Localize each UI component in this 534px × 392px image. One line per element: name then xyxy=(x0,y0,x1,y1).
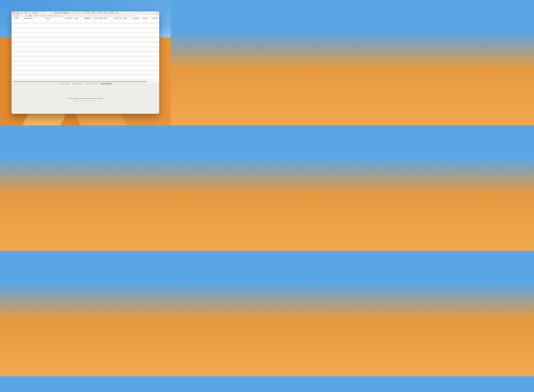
column-header-spacer xyxy=(12,17,14,19)
column-header-bssid[interactable]: BSSID xyxy=(14,17,23,19)
directed-label: Directed xyxy=(33,12,38,14)
column-header-vendor[interactable]: Vendor xyxy=(44,17,64,19)
table-row xyxy=(12,67,159,69)
column-header-generation[interactable]: Generation xyxy=(132,17,142,19)
tab-network-details[interactable]: Network Details xyxy=(59,83,70,85)
target-icon xyxy=(31,12,32,14)
status-cluster: Not scanning | Xs max 6 2.4 GHz 20 MHz M… xyxy=(53,12,118,14)
close-button[interactable] xyxy=(13,12,14,14)
scan-status-text: Not scanning xyxy=(54,12,62,14)
table-row xyxy=(12,34,159,36)
svg-rect-12 xyxy=(117,13,117,14)
column-header-security[interactable]: Security xyxy=(142,17,151,19)
svg-rect-13 xyxy=(117,12,117,14)
column-header-band[interactable]: Band xyxy=(103,17,113,19)
badge-channel: 6 xyxy=(81,12,83,14)
table-row xyxy=(12,29,159,32)
preset-dropdown[interactable]: Default ⌃⌄ xyxy=(13,15,24,17)
search-icon xyxy=(130,15,132,16)
table-row xyxy=(12,31,159,34)
titlebar: Directed Not scanning | Xs max 6 2.4 GHz… xyxy=(12,11,159,14)
svg-marker-18 xyxy=(26,15,28,16)
filter-bar: Default ⌃⌄ All 2.4 GHz 5 GHz Open Secure… xyxy=(12,14,159,17)
table-row xyxy=(12,46,159,48)
column-header-signal[interactable]: Signal xyxy=(74,17,84,19)
table-row xyxy=(12,36,159,38)
sort-ascending-icon: ⌃ xyxy=(91,18,92,19)
svg-point-4 xyxy=(31,13,32,13)
svg-rect-0 xyxy=(21,12,23,14)
table-header-row: BSSID Network Name Vendor Annotations Si… xyxy=(12,17,159,20)
svg-rect-3 xyxy=(28,12,29,14)
band-segment-5ghz[interactable]: 5 GHz xyxy=(40,15,46,17)
table-row xyxy=(12,41,159,43)
svg-rect-10 xyxy=(116,13,116,14)
tab-signal-strength[interactable]: Signal Strength xyxy=(72,83,82,85)
table-row xyxy=(12,22,159,24)
minimize-button[interactable] xyxy=(15,12,17,14)
table-row xyxy=(12,43,159,46)
table-row xyxy=(12,57,159,60)
table-row xyxy=(12,53,159,55)
column-header-country-code[interactable]: Country Code xyxy=(113,17,122,19)
detail-tabs: Network Details Signal Strength Spectrum… xyxy=(12,82,159,85)
security-segment-secure[interactable]: Secure xyxy=(54,15,60,17)
column-header-network-name[interactable]: Network Name xyxy=(23,17,44,19)
monitor-icon[interactable] xyxy=(156,111,158,113)
chevron-down-icon[interactable]: ▾ xyxy=(132,15,133,16)
device-name: Xs max xyxy=(63,12,68,14)
divider xyxy=(47,15,47,17)
security-segment-open[interactable]: Open xyxy=(48,15,53,17)
svg-line-20 xyxy=(131,16,132,16)
table-row xyxy=(12,65,159,67)
column-header-channel-width[interactable]: Channel Width xyxy=(93,17,103,19)
stop-scan-button[interactable] xyxy=(28,12,29,14)
table-row xyxy=(12,38,159,41)
badge-mcs: MCS 3 xyxy=(97,12,102,14)
horizontal-scrollbar[interactable] xyxy=(12,81,159,82)
detail-empty-primary: Select a network from the list to view a… xyxy=(68,98,103,99)
column-header-mode[interactable]: Mode xyxy=(122,17,132,19)
table-row xyxy=(12,55,159,57)
badge-width: 20 MHz xyxy=(91,12,96,14)
directed-scan-button[interactable]: Directed xyxy=(31,12,38,14)
table-row xyxy=(12,51,159,53)
detail-pane: Select a network from the list to view a… xyxy=(12,85,159,114)
column-header-max-rate[interactable]: Max Rate xyxy=(151,17,159,19)
svg-point-19 xyxy=(131,15,131,16)
toggle-left-sidebar-button[interactable] xyxy=(21,12,23,14)
window-icon xyxy=(14,15,15,16)
tab-advanced-details[interactable]: Advanced Details xyxy=(100,83,112,85)
detail-empty-secondary: Select two networks to compare them. xyxy=(74,100,97,102)
scan-status-pill[interactable]: Not scanning | Xs max xyxy=(53,12,80,14)
column-header-annotations[interactable]: Annotations xyxy=(64,17,74,19)
tab-spectrum[interactable]: Spectrum 2.4 / 5 GHz xyxy=(84,83,98,85)
table-row xyxy=(12,27,159,29)
spectrum-icon-button[interactable] xyxy=(115,12,118,14)
badge-rate: 13 Mbps xyxy=(109,12,115,14)
scrollbar-thumb[interactable] xyxy=(13,81,147,82)
band-segment-all[interactable]: All xyxy=(29,15,32,17)
divider xyxy=(25,15,25,17)
lock-icon xyxy=(78,12,79,14)
filter-icon[interactable] xyxy=(26,15,28,16)
svg-rect-9 xyxy=(78,13,79,13)
svg-rect-16 xyxy=(14,15,15,16)
table-row xyxy=(12,79,159,81)
preset-label: Default xyxy=(15,15,20,17)
network-table: BSSID Network Name Vendor Annotations Si… xyxy=(12,17,159,82)
table-row xyxy=(12,74,159,76)
svg-rect-11 xyxy=(116,13,117,14)
column-header-channel[interactable]: Channel⌃ xyxy=(84,17,93,19)
table-row xyxy=(12,72,159,74)
table-row xyxy=(12,62,159,65)
maximize-button[interactable] xyxy=(18,12,19,14)
filter-input[interactable] xyxy=(133,15,157,17)
svg-rect-21 xyxy=(156,112,158,113)
filter-search-field[interactable]: ▾ xyxy=(129,15,158,17)
band-segment-24ghz[interactable]: 2.4 GHz xyxy=(33,15,39,17)
table-row xyxy=(12,24,159,27)
toggle-right-sidebar-button[interactable] xyxy=(156,12,158,14)
badge-nss: NSS 1 xyxy=(103,12,108,14)
start-scan-button[interactable] xyxy=(26,12,27,14)
